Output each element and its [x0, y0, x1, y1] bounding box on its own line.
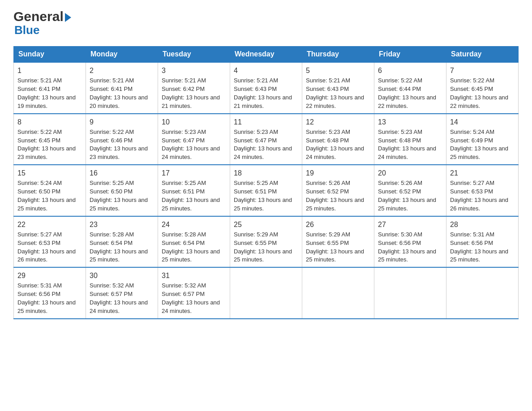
day-info: Sunrise: 5:23 AMSunset: 6:47 PMDaylight:… [162, 128, 220, 161]
day-info: Sunrise: 5:31 AMSunset: 6:56 PMDaylight:… [17, 282, 76, 314]
day-number: 6 [378, 65, 442, 76]
calendar-week-row: 29Sunrise: 5:31 AMSunset: 6:56 PMDayligh… [14, 267, 519, 319]
page-header: General Blue [13, 9, 519, 37]
day-number: 10 [162, 117, 226, 127]
day-info: Sunrise: 5:25 AMSunset: 6:51 PMDaylight:… [162, 180, 220, 212]
calendar-cell: 16Sunrise: 5:25 AMSunset: 6:50 PMDayligh… [86, 165, 158, 216]
calendar-cell: 18Sunrise: 5:25 AMSunset: 6:51 PMDayligh… [230, 165, 302, 216]
calendar-cell: 25Sunrise: 5:29 AMSunset: 6:55 PMDayligh… [230, 216, 302, 268]
day-number: 3 [162, 65, 226, 76]
day-number: 30 [90, 270, 154, 281]
calendar-cell [446, 267, 519, 319]
calendar-week-row: 8Sunrise: 5:22 AMSunset: 6:45 PMDaylight… [14, 114, 519, 165]
calendar-cell: 29Sunrise: 5:31 AMSunset: 6:56 PMDayligh… [14, 267, 86, 319]
day-number: 25 [234, 219, 298, 230]
day-info: Sunrise: 5:23 AMSunset: 6:47 PMDaylight:… [234, 128, 292, 161]
calendar-cell: 3Sunrise: 5:21 AMSunset: 6:42 PMDaylight… [158, 62, 230, 114]
calendar-cell: 24Sunrise: 5:28 AMSunset: 6:54 PMDayligh… [158, 216, 230, 268]
day-info: Sunrise: 5:25 AMSunset: 6:51 PMDaylight:… [234, 180, 292, 212]
logo-blue-text: Blue [14, 23, 39, 37]
calendar-cell: 8Sunrise: 5:22 AMSunset: 6:45 PMDaylight… [14, 114, 86, 165]
calendar-cell: 27Sunrise: 5:30 AMSunset: 6:56 PMDayligh… [374, 216, 446, 268]
day-number: 22 [17, 219, 82, 230]
calendar-cell [374, 267, 446, 319]
day-info: Sunrise: 5:26 AMSunset: 6:52 PMDaylight:… [378, 180, 436, 212]
day-number: 26 [306, 219, 370, 230]
calendar-cell: 26Sunrise: 5:29 AMSunset: 6:55 PMDayligh… [302, 216, 374, 268]
calendar-cell: 6Sunrise: 5:22 AMSunset: 6:44 PMDaylight… [374, 62, 446, 114]
calendar-cell: 14Sunrise: 5:24 AMSunset: 6:49 PMDayligh… [446, 114, 519, 165]
day-info: Sunrise: 5:23 AMSunset: 6:48 PMDaylight:… [378, 128, 436, 161]
calendar-cell: 13Sunrise: 5:23 AMSunset: 6:48 PMDayligh… [374, 114, 446, 165]
day-number: 13 [378, 117, 442, 127]
day-info: Sunrise: 5:24 AMSunset: 6:49 PMDaylight:… [450, 128, 508, 161]
day-info: Sunrise: 5:27 AMSunset: 6:53 PMDaylight:… [17, 231, 76, 263]
day-info: Sunrise: 5:30 AMSunset: 6:56 PMDaylight:… [378, 231, 436, 263]
day-info: Sunrise: 5:23 AMSunset: 6:48 PMDaylight:… [306, 128, 364, 161]
calendar-table: Sunday Monday Tuesday Wednesday Thursday… [13, 46, 519, 319]
calendar-cell: 19Sunrise: 5:26 AMSunset: 6:52 PMDayligh… [302, 165, 374, 216]
day-number: 28 [450, 219, 515, 230]
calendar-cell: 2Sunrise: 5:21 AMSunset: 6:41 PMDaylight… [86, 62, 158, 114]
calendar-week-row: 22Sunrise: 5:27 AMSunset: 6:53 PMDayligh… [14, 216, 519, 268]
calendar-cell: 9Sunrise: 5:22 AMSunset: 6:46 PMDaylight… [86, 114, 158, 165]
day-info: Sunrise: 5:22 AMSunset: 6:46 PMDaylight:… [90, 128, 148, 161]
header-sunday: Sunday [14, 47, 86, 63]
day-number: 4 [234, 65, 298, 76]
day-number: 21 [450, 168, 515, 178]
calendar-cell [230, 267, 302, 319]
day-info: Sunrise: 5:32 AMSunset: 6:57 PMDaylight:… [162, 282, 220, 314]
day-number: 5 [306, 65, 370, 76]
day-info: Sunrise: 5:22 AMSunset: 6:44 PMDaylight:… [378, 77, 436, 109]
day-info: Sunrise: 5:21 AMSunset: 6:41 PMDaylight:… [90, 77, 148, 109]
day-number: 14 [450, 117, 515, 127]
day-info: Sunrise: 5:26 AMSunset: 6:52 PMDaylight:… [306, 180, 364, 212]
day-info: Sunrise: 5:28 AMSunset: 6:54 PMDaylight:… [90, 231, 148, 263]
day-number: 1 [17, 65, 82, 76]
header-monday: Monday [86, 47, 158, 63]
calendar-cell: 1Sunrise: 5:21 AMSunset: 6:41 PMDaylight… [14, 62, 86, 114]
calendar-cell: 7Sunrise: 5:22 AMSunset: 6:45 PMDaylight… [446, 62, 519, 114]
calendar-cell: 11Sunrise: 5:23 AMSunset: 6:47 PMDayligh… [230, 114, 302, 165]
header-saturday: Saturday [446, 47, 519, 63]
day-info: Sunrise: 5:29 AMSunset: 6:55 PMDaylight:… [234, 231, 292, 263]
day-number: 2 [90, 65, 154, 76]
day-info: Sunrise: 5:21 AMSunset: 6:43 PMDaylight:… [234, 77, 292, 109]
calendar-week-row: 15Sunrise: 5:24 AMSunset: 6:50 PMDayligh… [14, 165, 519, 216]
logo-triangle-icon [65, 13, 71, 22]
day-info: Sunrise: 5:21 AMSunset: 6:41 PMDaylight:… [17, 77, 76, 109]
calendar-cell: 28Sunrise: 5:31 AMSunset: 6:56 PMDayligh… [446, 216, 519, 268]
day-number: 27 [378, 219, 442, 230]
calendar-cell: 12Sunrise: 5:23 AMSunset: 6:48 PMDayligh… [302, 114, 374, 165]
day-number: 9 [90, 117, 154, 127]
day-info: Sunrise: 5:27 AMSunset: 6:53 PMDaylight:… [450, 180, 508, 212]
calendar-cell: 15Sunrise: 5:24 AMSunset: 6:50 PMDayligh… [14, 165, 86, 216]
day-number: 18 [234, 168, 298, 178]
calendar-cell: 23Sunrise: 5:28 AMSunset: 6:54 PMDayligh… [86, 216, 158, 268]
logo-general-text: General [13, 9, 64, 24]
logo: General Blue [13, 9, 71, 37]
day-number: 12 [306, 117, 370, 127]
day-number: 23 [90, 219, 154, 230]
day-number: 31 [162, 270, 226, 281]
day-number: 24 [162, 219, 226, 230]
day-number: 11 [234, 117, 298, 127]
calendar-cell: 17Sunrise: 5:25 AMSunset: 6:51 PMDayligh… [158, 165, 230, 216]
calendar-week-row: 1Sunrise: 5:21 AMSunset: 6:41 PMDaylight… [14, 62, 519, 114]
day-info: Sunrise: 5:21 AMSunset: 6:42 PMDaylight:… [162, 77, 220, 109]
day-info: Sunrise: 5:29 AMSunset: 6:55 PMDaylight:… [306, 231, 364, 263]
header-tuesday: Tuesday [158, 47, 230, 63]
day-number: 7 [450, 65, 515, 76]
header-wednesday: Wednesday [230, 47, 302, 63]
calendar-cell: 21Sunrise: 5:27 AMSunset: 6:53 PMDayligh… [446, 165, 519, 216]
day-info: Sunrise: 5:21 AMSunset: 6:43 PMDaylight:… [306, 77, 364, 109]
day-info: Sunrise: 5:24 AMSunset: 6:50 PMDaylight:… [17, 180, 76, 212]
calendar-cell [302, 267, 374, 319]
day-number: 15 [17, 168, 82, 178]
day-number: 16 [90, 168, 154, 178]
calendar-cell: 30Sunrise: 5:32 AMSunset: 6:57 PMDayligh… [86, 267, 158, 319]
day-info: Sunrise: 5:28 AMSunset: 6:54 PMDaylight:… [162, 231, 220, 263]
day-info: Sunrise: 5:31 AMSunset: 6:56 PMDaylight:… [450, 231, 508, 263]
calendar-cell: 4Sunrise: 5:21 AMSunset: 6:43 PMDaylight… [230, 62, 302, 114]
day-number: 19 [306, 168, 370, 178]
